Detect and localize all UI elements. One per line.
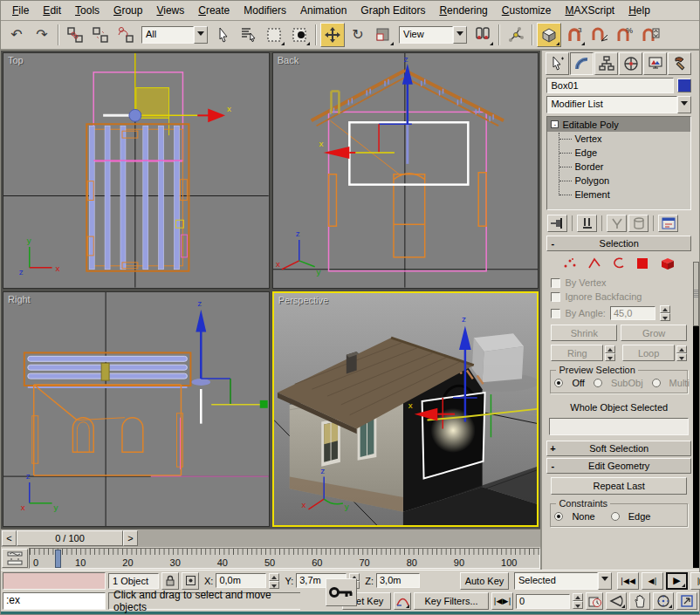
selection-filter-dropdown[interactable]: All — [141, 26, 208, 44]
maxscript-listener-line[interactable]: :ex — [3, 592, 106, 610]
menu-graph-editors[interactable]: Graph Editors — [354, 3, 431, 18]
select-object-button[interactable] — [211, 23, 236, 47]
tab-display[interactable] — [643, 52, 667, 75]
edge-mode-icon[interactable] — [587, 257, 601, 270]
grow-button[interactable]: Grow — [621, 325, 687, 341]
select-and-rotate-button[interactable]: ↻ — [346, 23, 370, 47]
menu-create[interactable]: Create — [192, 3, 236, 18]
spinner-snap-button[interactable] — [638, 23, 662, 47]
play-button[interactable]: ▶ — [666, 572, 688, 590]
x-coord-spinner[interactable] — [269, 573, 279, 589]
angle-snap-button[interactable] — [587, 23, 612, 47]
object-name-field[interactable]: Box01 — [546, 78, 674, 93]
menu-maxscript[interactable]: MAXScript — [559, 3, 621, 18]
auto-key-button[interactable]: Auto Key — [460, 572, 509, 590]
rectangular-selection-region-button[interactable] — [262, 23, 286, 47]
menu-views[interactable]: Views — [150, 3, 190, 18]
viewport-right-label[interactable]: Right — [8, 294, 31, 304]
configure-modifier-sets-button[interactable] — [658, 215, 678, 232]
stack-item-polygon[interactable]: Polygon — [547, 174, 690, 188]
edit-geometry-rollout-header[interactable]: - Edit Geometry — [546, 458, 691, 474]
object-color-swatch[interactable] — [677, 79, 691, 92]
constraint-none-radio[interactable] — [554, 512, 563, 521]
min-max-toggle-button[interactable] — [676, 592, 697, 610]
select-and-scale-button[interactable] — [371, 23, 395, 47]
selection-rollout-header[interactable]: - Selection — [546, 236, 691, 251]
by-vertex-checkbox[interactable] — [551, 278, 560, 288]
time-slider-track[interactable] — [138, 530, 539, 546]
menu-edit[interactable]: Edit — [37, 3, 67, 18]
collapse-minus-icon[interactable]: - — [551, 120, 559, 128]
command-panel-scrollbar[interactable] — [693, 262, 699, 568]
stack-item-edge[interactable]: Edge — [547, 146, 690, 160]
redo-button[interactable]: ↷ — [30, 23, 54, 47]
tab-hierarchy[interactable] — [594, 52, 618, 75]
field-of-view-button[interactable] — [606, 592, 627, 610]
select-and-move-button[interactable] — [320, 23, 345, 47]
shrink-button[interactable]: Shrink — [551, 325, 617, 341]
viewport-top[interactable]: Top — [3, 52, 270, 289]
stack-item-element[interactable]: Element — [547, 188, 690, 202]
border-mode-icon[interactable] — [612, 257, 626, 270]
time-slider-next-button[interactable]: > — [123, 530, 138, 546]
viewport-perspective-label[interactable]: Perspective — [278, 295, 328, 305]
unlink-selection-button[interactable] — [88, 23, 113, 47]
set-keys-button[interactable] — [326, 578, 357, 606]
vertex-mode-icon[interactable] — [563, 257, 577, 270]
loop-button[interactable]: Loop — [622, 345, 675, 361]
menu-file[interactable]: File — [6, 3, 35, 18]
arc-rotate-button[interactable] — [653, 592, 674, 610]
viewport-top-canvas[interactable]: x y x z — [3, 53, 269, 288]
current-frame-field[interactable]: 0 — [516, 594, 570, 609]
select-by-name-button[interactable] — [237, 23, 261, 47]
window-crossing-toggle-button[interactable] — [287, 23, 312, 47]
absolute-offset-toggle[interactable] — [182, 572, 199, 590]
key-filters-button[interactable]: Key Filters... — [414, 592, 489, 610]
menu-animation[interactable]: Animation — [294, 3, 353, 18]
by-angle-spinner[interactable] — [660, 305, 670, 321]
remove-modifier-button[interactable] — [628, 215, 649, 232]
viewport-right[interactable]: Right — [3, 291, 270, 528]
menu-group[interactable]: Group — [107, 3, 148, 18]
constraint-edge-radio[interactable] — [611, 512, 620, 521]
soft-selection-rollout-header[interactable]: + Soft Selection — [546, 441, 691, 456]
maxscript-listener-pink[interactable] — [3, 572, 106, 590]
viewport-perspective[interactable]: Perspective — [272, 291, 539, 528]
ignore-backfacing-checkbox[interactable] — [551, 292, 560, 302]
snap-3d-button[interactable]: 3 — [562, 23, 587, 47]
reference-coordinate-dropdown[interactable]: View — [399, 26, 467, 44]
make-unique-button[interactable] — [607, 215, 627, 232]
selection-lock-toggle[interactable] — [161, 572, 179, 590]
percent-snap-button[interactable]: % — [613, 23, 637, 47]
use-pivot-point-center-button[interactable] — [470, 23, 495, 47]
go-to-start-button[interactable]: |◀◀ — [617, 572, 639, 590]
pin-stack-button[interactable] — [547, 215, 567, 232]
viewport-back-label[interactable]: Back — [278, 55, 299, 65]
viewport-right-canvas[interactable]: z z x y — [3, 292, 269, 527]
undo-button[interactable]: ↶ — [4, 23, 29, 47]
open-mini-curve-editor-button[interactable] — [2, 549, 28, 568]
default-in-out-tangents-button[interactable] — [394, 592, 411, 610]
z-coord-field[interactable]: 3,0m — [376, 573, 420, 588]
tab-create[interactable] — [546, 52, 569, 75]
time-slider-prev-button[interactable]: < — [2, 530, 17, 546]
key-mode-dropdown[interactable]: Selected — [514, 572, 612, 590]
tab-motion[interactable] — [619, 52, 642, 75]
stack-item-vertex[interactable]: Vertex — [547, 132, 690, 146]
stack-item-border[interactable]: Border — [547, 160, 690, 174]
polygon-mode-icon[interactable] — [636, 257, 649, 270]
loop-spinner[interactable] — [676, 345, 687, 361]
time-configuration-button[interactable] — [586, 592, 603, 610]
frame-spinner[interactable] — [573, 593, 583, 609]
modifier-list-dropdown[interactable]: Modifier List — [546, 96, 691, 113]
x-coord-field[interactable]: 0,0m — [216, 573, 266, 588]
scrollbar-thumb[interactable] — [693, 262, 699, 326]
viewport-back[interactable]: Back — [272, 52, 539, 289]
select-and-manipulate-button[interactable] — [504, 23, 528, 47]
tab-modify[interactable] — [570, 52, 594, 75]
element-mode-icon[interactable] — [660, 256, 676, 270]
snaps-toggle-button[interactable] — [537, 23, 561, 47]
menu-help[interactable]: Help — [622, 3, 656, 18]
ring-button[interactable]: Ring — [551, 345, 603, 361]
ring-spinner[interactable] — [605, 345, 615, 361]
